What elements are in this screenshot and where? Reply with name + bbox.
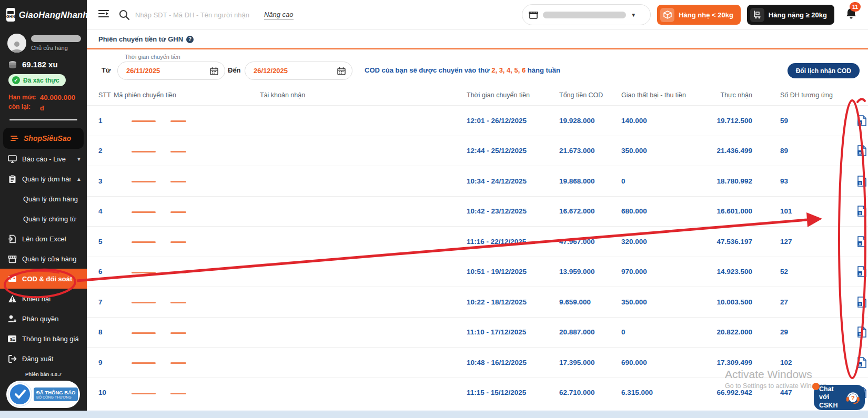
coin-balance: 69.182 xu [0, 56, 87, 71]
chat-support-button[interactable]: Chat vớiCSKH ? [814, 385, 865, 410]
trolley-icon [750, 8, 764, 22]
shop-selector[interactable]: ShopSiêuSao [3, 128, 84, 149]
sidebar-item-cod-i-so-t[interactable]: COD & đối soát [0, 269, 87, 289]
credit-limit-label: Hạn mức còn lại: [8, 93, 40, 113]
sidebar-divider [9, 119, 77, 120]
cell-failed-fee: 350.000 [621, 298, 700, 306]
cell-cod-total: 62.710.000 [559, 389, 621, 396]
sidebar-item-b-o-c-o-live[interactable]: Báo cáo - Live ▼ [0, 149, 87, 169]
coins-icon [8, 60, 18, 69]
search-input[interactable]: Nhập SĐT - Mã ĐH - Tên người nhận [118, 9, 249, 21]
sidebar-item-l-n-n-excel[interactable]: Lên đơn Excel [0, 229, 87, 249]
excel-file-icon: x [857, 297, 866, 308]
cell-failed-fee: 350.000 [621, 147, 700, 155]
tab-bar: Phiên chuyển tiền từ GHN ? [87, 30, 868, 49]
tab-transfer-sessions[interactable]: Phiên chuyển tiền từ GHN ? [98, 35, 194, 43]
chat-status-dot [812, 383, 820, 390]
search-icon [118, 9, 130, 21]
version-label: Phiên bản 4.0.7 [0, 371, 87, 377]
cell-stt: 3 [98, 177, 114, 185]
cell-failed-fee: 320.000 [621, 238, 700, 246]
column-header: Giao thất bại - thu tiền [621, 91, 700, 99]
gov-check-icon [8, 383, 32, 406]
export-excel-button[interactable]: x [855, 176, 868, 187]
cell-transfer-time: 12:01 - 26/12/2025 [467, 117, 559, 125]
export-excel-button[interactable]: x [855, 236, 868, 247]
excel-file-icon: x [857, 176, 866, 187]
cell-transfer-time: 10:51 - 19/12/2025 [467, 268, 559, 276]
chevron-down-icon: ▼ [631, 12, 636, 18]
cell-order-count: 52 [752, 268, 855, 276]
export-excel-button[interactable]: x [855, 357, 868, 368]
cell-stt: 2 [98, 147, 114, 155]
cell-received: 19.712.500 [700, 117, 752, 125]
column-header: Thực nhận [700, 91, 752, 99]
cell-transfer-time: 11:16 - 22/12/2025 [467, 238, 559, 246]
table-body: 1 12:01 - 26/12/2025 19.928.000 140.000 … [87, 105, 868, 407]
column-header: Thời gian chuyển tiền [467, 91, 559, 99]
from-label: Từ [102, 66, 110, 74]
table-row: 4 10:42 - 23/12/2025 16.672.000 680.000 … [87, 196, 868, 227]
avatar [7, 34, 26, 53]
advanced-search-link[interactable]: Nâng cao [264, 11, 294, 19]
verified-badge: ✓ Đã xác thực [8, 74, 66, 86]
excel-file-icon: x [857, 115, 866, 126]
table-row: 3 10:34 - 24/12/2025 19.868.000 0 18.780… [87, 166, 868, 196]
calendar-icon [210, 67, 218, 75]
cell-transfer-time: 12:44 - 25/12/2025 [467, 147, 559, 155]
sidebar-item--ng-xu-t[interactable]: Đăng xuất [0, 349, 87, 369]
heavy-goods-button[interactable]: Hàng nặng ≥ 20kg [747, 5, 834, 25]
cell-received: 16.601.000 [700, 207, 752, 215]
export-excel-button[interactable]: x [855, 206, 868, 217]
export-excel-button[interactable]: x [855, 145, 868, 156]
column-header: Mã phiên chuyển tiền [114, 91, 260, 99]
user-name-redacted [31, 35, 81, 42]
notifications-button[interactable]: 11 [845, 7, 857, 23]
cell-cod-total: 19.928.000 [559, 117, 621, 125]
table-row: 5 11:16 - 22/12/2025 47.967.000 320.000 … [87, 226, 868, 257]
chevron-down-icon: ▼ [76, 156, 82, 162]
store-dropdown[interactable]: ▼ [522, 4, 651, 25]
sidebar-item-ph-n-quy-n[interactable]: Phân quyền [0, 309, 87, 329]
export-excel-button[interactable]: x [855, 266, 868, 277]
from-date-input[interactable]: 26/11/2025 [117, 62, 225, 80]
help-icon[interactable]: ? [186, 36, 194, 43]
date-range-label: Thời gian chuyển tiền [125, 54, 180, 60]
sidebar-item-qu-n-l-n-h-ng[interactable]: Quản lý đơn hàng ▲ [0, 169, 87, 189]
cell-transfer-time: 10:22 - 18/12/2025 [467, 298, 559, 306]
sidebar-item-qu-n-l-n-h-ng[interactable]: Quản lý đơn hàng [0, 189, 87, 209]
column-header: Số ĐH tương ứng [752, 91, 855, 99]
taskbar-edge [0, 411, 868, 418]
export-excel-button[interactable]: x [855, 327, 868, 338]
cell-received: 10.003.500 [700, 298, 752, 306]
cell-stt: 8 [98, 328, 114, 336]
sidebar-collapse-icon[interactable] [98, 9, 109, 21]
light-goods-button[interactable]: Hàng nhẹ < 20kg [657, 5, 741, 25]
card-icon [7, 274, 17, 283]
column-header: Tài khoản nhận [260, 91, 467, 99]
gov-registered-badge[interactable]: ĐÃ THÔNG BÁO BỘ CÔNG THƯƠNG [6, 381, 80, 408]
excel-file-icon: x [857, 327, 866, 338]
to-label: Đến [228, 66, 241, 74]
logout-icon [7, 354, 17, 363]
sidebar-item-th-ng-tin-b-ng-gi-[interactable]: $ Thông tin bảng giá [0, 329, 87, 349]
ghn-logo-icon: GHN [6, 8, 15, 22]
export-excel-button[interactable]: x [855, 297, 868, 308]
transfer-sessions-table: STTMã phiên chuyển tiềnTài khoản nhậnThờ… [87, 85, 868, 407]
change-cod-schedule-button[interactable]: Đổi lịch nhận COD [788, 63, 860, 78]
store-icon [529, 11, 538, 19]
person-icon [10, 40, 24, 53]
store-icon [7, 254, 17, 263]
sidebar-item-qu-n-l-ch-ng-t-[interactable]: Quản lý chứng từ [0, 209, 87, 229]
sidebar-item-khi-u-n-i[interactable]: Khiếu nại [0, 289, 87, 309]
app-window: GHN GiaoHangNhanh Chủ cửa hàng 69.182 xu… [0, 0, 868, 418]
sidebar-item-qu-n-l-c-a-h-ng[interactable]: Quản lý cửa hàng [0, 249, 87, 269]
user-profile[interactable]: Chủ cửa hàng [0, 29, 87, 56]
search-placeholder: Nhập SĐT - Mã ĐH - Tên người nhận [135, 11, 249, 19]
cell-received: 66.992.942 [700, 389, 752, 396]
cell-received: 17.309.499 [700, 359, 752, 366]
to-date-input[interactable]: 26/12/2025 [245, 62, 352, 80]
export-excel-button[interactable]: x [855, 115, 868, 126]
cell-cod-total: 17.395.000 [559, 359, 621, 366]
brand-logo[interactable]: GHN GiaoHangNhanh [0, 0, 87, 29]
